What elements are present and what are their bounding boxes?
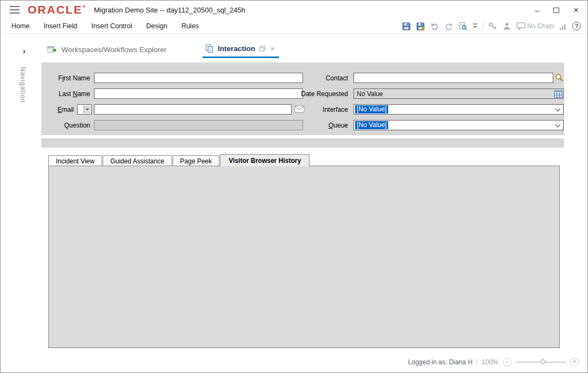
zoom-in-button[interactable]: + xyxy=(570,358,579,366)
user-status-button[interactable] xyxy=(502,22,511,31)
tab-label: Interaction xyxy=(218,45,255,53)
minimize-button[interactable]: – xyxy=(535,6,539,14)
last-name-label: Last Name xyxy=(22,90,90,98)
oracle-logo: ORACLE® xyxy=(28,3,86,16)
date-requested-field[interactable]: No Value xyxy=(353,88,564,99)
chat-icon xyxy=(516,22,526,30)
first-name-label: First Name xyxy=(22,74,90,82)
last-name-input[interactable] xyxy=(94,88,303,99)
save-as-icon xyxy=(416,22,425,31)
tab-guided-assistance[interactable]: Guided Assistance xyxy=(103,155,172,166)
menu-item-rules[interactable]: Rules xyxy=(181,22,199,30)
navigation-expand-chevron-icon[interactable]: › xyxy=(23,46,26,55)
bar-chart-icon xyxy=(559,22,567,30)
menu-items: Home Insert Field Insert Control Design … xyxy=(11,19,199,33)
key-icon xyxy=(488,22,497,31)
status-divider xyxy=(477,358,477,366)
window-controls: – × xyxy=(535,1,579,19)
contact-search-button[interactable] xyxy=(555,73,564,82)
tab-label: Workspaces/Workflows Explorer xyxy=(61,46,167,54)
chevron-down-icon xyxy=(84,105,91,113)
toolbar-options-button[interactable] xyxy=(472,23,478,29)
chevron-down-icon xyxy=(555,106,561,112)
toolbar: No Chats ? xyxy=(402,19,581,33)
zoom-slider-thumb[interactable] xyxy=(540,358,546,364)
hamburger-menu-icon[interactable] xyxy=(10,6,20,14)
tab-page-peek[interactable]: Page Peek xyxy=(173,155,220,166)
statistics-button[interactable] xyxy=(559,22,567,30)
maximize-icon xyxy=(553,8,559,13)
date-requested-value: No Value xyxy=(357,90,383,98)
contact-input[interactable] xyxy=(353,73,553,83)
preview-button[interactable] xyxy=(458,22,467,31)
email-input[interactable] xyxy=(94,104,292,115)
menu-item-design[interactable]: Design xyxy=(146,22,167,30)
tab-interaction[interactable]: Interaction × xyxy=(203,44,279,58)
chevron-down-icon xyxy=(555,122,561,128)
tab-incident-view[interactable]: Incident View xyxy=(48,155,102,166)
titlebar: ORACLE® Migration Demo Site -- day112_20… xyxy=(1,1,587,19)
no-chats-label: No Chats xyxy=(527,22,554,30)
tab-restore-icon[interactable] xyxy=(259,46,265,52)
menu-item-insert-field[interactable]: Insert Field xyxy=(43,22,77,30)
chevron-down-icon xyxy=(472,23,478,29)
status-bar: Logged in as: Diana H 100% − + xyxy=(408,358,579,366)
zoom-out-button[interactable]: − xyxy=(503,358,511,366)
interface-selected-value: [No Value] xyxy=(355,105,388,113)
date-requested-label: Date Requested xyxy=(281,90,348,98)
queue-label: Queue xyxy=(281,122,348,129)
permissions-button[interactable] xyxy=(488,22,497,31)
undo-icon xyxy=(430,22,439,31)
contact-label: Contact xyxy=(281,74,348,82)
undo-button[interactable] xyxy=(430,22,439,31)
calendar-icon[interactable] xyxy=(554,90,562,100)
visitor-browser-history-panel xyxy=(48,166,560,348)
toolbar-separator xyxy=(483,22,483,30)
document-search-icon xyxy=(458,22,467,31)
logged-in-text: Logged in as: Diana H xyxy=(408,358,473,366)
menu-bar: Home Insert Field Insert Control Design … xyxy=(1,19,587,34)
save-button[interactable] xyxy=(402,22,411,31)
help-button[interactable]: ? xyxy=(572,22,581,30)
menu-item-insert-control[interactable]: Insert Control xyxy=(91,22,132,30)
view-tab-strip: Incident View Guided Assistance Page Pee… xyxy=(48,154,310,166)
zoom-level: 100% xyxy=(482,358,498,366)
save-as-button[interactable] xyxy=(416,22,425,31)
tab-visitor-browser-history[interactable]: Visitor Browser History xyxy=(220,154,309,166)
redo-button[interactable] xyxy=(444,22,453,31)
tab-close-icon[interactable]: × xyxy=(270,45,275,53)
window-title: Migration Demo Site -- day112_20500_sql_… xyxy=(94,6,245,14)
close-button[interactable]: × xyxy=(573,5,579,15)
maximize-button[interactable] xyxy=(553,6,559,14)
menu-item-home[interactable]: Home xyxy=(11,22,29,30)
redo-icon xyxy=(444,22,453,31)
tab-workspaces-explorer[interactable]: Workspaces/Workflows Explorer xyxy=(47,45,167,54)
email-label: Email xyxy=(22,106,74,113)
interface-dropdown[interactable]: [No Value] xyxy=(353,104,564,115)
chat-status-button[interactable]: No Chats xyxy=(516,22,554,30)
question-label: Question xyxy=(22,122,90,129)
first-name-input[interactable] xyxy=(94,73,303,83)
queue-selected-value: [No Value] xyxy=(355,121,388,129)
save-icon xyxy=(402,22,411,31)
pages-icon xyxy=(205,44,214,53)
email-type-dropdown[interactable] xyxy=(77,104,92,115)
workflow-icon xyxy=(47,45,57,54)
interface-label: Interface xyxy=(281,106,348,113)
user-icon xyxy=(502,22,511,31)
app-window: ORACLE® Migration Demo Site -- day112_20… xyxy=(0,0,588,373)
zoom-slider[interactable] xyxy=(516,362,566,363)
question-input xyxy=(94,120,303,130)
search-icon xyxy=(555,73,564,82)
form-background-strip xyxy=(41,138,564,148)
queue-dropdown[interactable]: [No Value] xyxy=(353,120,564,130)
